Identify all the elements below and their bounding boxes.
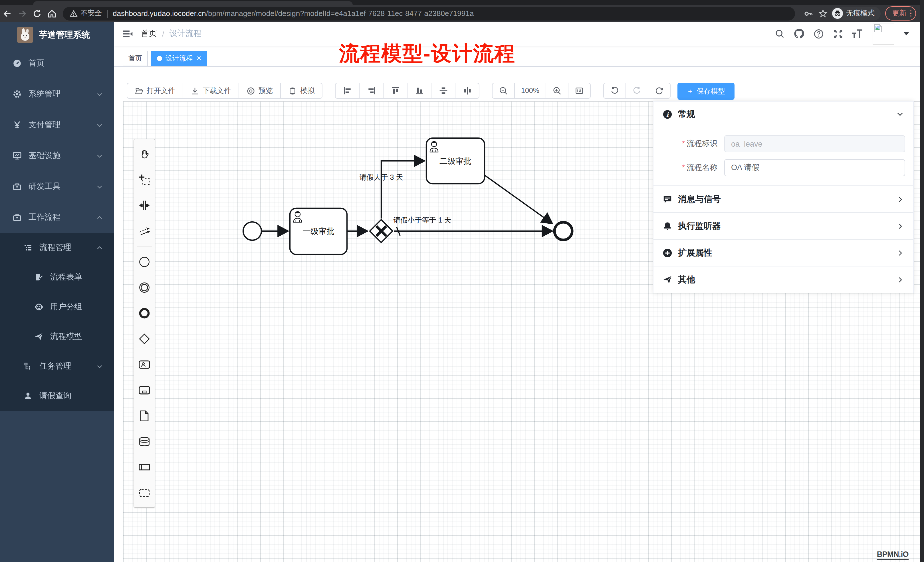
download-file-button[interactable]: 下载文件 — [183, 83, 239, 99]
chevron-down-icon — [96, 122, 103, 128]
send-icon — [663, 275, 672, 285]
fullscreen-icon[interactable] — [830, 26, 845, 41]
undo-button[interactable] — [603, 83, 626, 99]
url-bar[interactable]: 不安全 dashboard.yudao.iocoder.cn/bpm/manag… — [63, 7, 795, 20]
sidebar-item-system[interactable]: 系统管理 — [0, 79, 114, 109]
toolbox-icon — [12, 182, 22, 191]
button-label: 保存模型 — [697, 87, 725, 96]
start-event[interactable] — [243, 222, 261, 240]
simulate-button[interactable]: 模拟 — [280, 83, 322, 99]
redo-button[interactable] — [626, 83, 648, 99]
main-content: 打开文件 下载文件 预览 模拟 — [114, 67, 920, 562]
chrome-menu-icon[interactable] — [910, 10, 912, 17]
align-bottom-button[interactable] — [407, 83, 432, 99]
help-icon[interactable] — [811, 26, 826, 41]
breadcrumb-home[interactable]: 首页 — [141, 28, 157, 39]
flow-le-label[interactable]: 请假小于等于 1 天 — [393, 216, 452, 224]
dashboard-icon — [12, 59, 22, 68]
reload-button[interactable] — [30, 6, 45, 21]
zoom-in-button[interactable] — [546, 83, 568, 99]
message-icon — [663, 194, 672, 204]
broken-image-icon — [874, 24, 882, 33]
create-data-store[interactable] — [134, 429, 154, 454]
sidebar-item-infra[interactable]: 基础设施 — [0, 140, 114, 171]
sidebar-item-process-mgmt[interactable]: 流程管理 — [0, 233, 114, 262]
create-subprocess[interactable] — [134, 377, 154, 403]
section-message-signal[interactable]: 消息与信号 — [654, 186, 913, 212]
sidebar-toggle[interactable] — [114, 28, 141, 39]
gear-icon — [12, 90, 22, 99]
forward-button[interactable] — [15, 6, 30, 21]
home-button[interactable] — [45, 6, 59, 21]
sidebar-logo[interactable]: 芋道管理系统 — [0, 22, 114, 48]
align-right-button[interactable] — [359, 83, 384, 99]
chevron-right-icon — [897, 195, 904, 203]
flow-gateway-task2[interactable] — [381, 161, 424, 219]
align-top-button[interactable] — [383, 83, 408, 99]
section-general[interactable]: i 常规 — [654, 102, 913, 127]
sidebar-item-home[interactable]: 首页 — [0, 48, 114, 79]
close-icon[interactable]: ✕ — [196, 55, 201, 61]
app-header: 首页 / 设计流程 — [114, 22, 924, 46]
chevron-down-icon — [96, 153, 103, 159]
breadcrumb-separator: / — [162, 29, 164, 38]
section-execution-listener[interactable]: 执行监听器 — [654, 212, 913, 239]
url-text[interactable]: dashboard.yudao.iocoder.cn/bpm/manager/m… — [113, 9, 474, 18]
omnibox-divider — [107, 9, 108, 17]
process-name-input[interactable] — [724, 159, 905, 176]
process-key-input[interactable] — [724, 135, 905, 152]
github-icon[interactable] — [792, 26, 806, 41]
bpmn-diagram[interactable]: 一级审批 请假大于 3 天 — [123, 102, 640, 341]
create-user-task[interactable] — [134, 351, 154, 377]
back-button[interactable] — [0, 6, 15, 21]
tag-home[interactable]: 首页 — [123, 51, 148, 66]
create-data-object[interactable] — [134, 403, 154, 429]
section-other[interactable]: 其他 — [654, 266, 913, 293]
align-center-button[interactable] — [455, 83, 479, 99]
sidebar-item-process-model[interactable]: 流程模型 — [0, 322, 114, 351]
sidebar-item-leave-query[interactable]: 请假查询 — [0, 381, 114, 411]
button-label: 打开文件 — [147, 86, 175, 96]
open-file-button[interactable]: 打开文件 — [127, 83, 183, 99]
sidebar-item-payment[interactable]: 支付管理 — [0, 109, 114, 140]
flow-gt-label[interactable]: 请假大于 3 天 — [360, 173, 403, 181]
section-extended-attrs[interactable]: 扩展属性 — [654, 239, 913, 266]
section-title: 扩展属性 — [678, 247, 712, 258]
sidebar-item-label: 系统管理 — [28, 89, 60, 99]
sidebar-item-workflow[interactable]: 工作流程 — [0, 202, 114, 233]
flow-task2-end[interactable] — [484, 175, 552, 224]
align-right-icon — [367, 86, 376, 95]
passwords-icon[interactable] — [801, 6, 815, 21]
align-middle-button[interactable] — [431, 83, 455, 99]
avatar-dropdown-caret[interactable] — [903, 32, 909, 35]
avatar[interactable] — [873, 23, 894, 45]
tag-design-process[interactable]: 设计流程 ✕ — [151, 51, 207, 66]
align-left-button[interactable] — [335, 83, 360, 99]
security-chip[interactable]: 不安全 — [70, 9, 102, 18]
font-size-icon[interactable] — [850, 26, 865, 41]
preview-button[interactable]: 预览 — [238, 83, 281, 99]
save-model-button[interactable]: ＋ 保存模型 — [678, 83, 734, 100]
search-icon[interactable] — [772, 26, 787, 41]
zoom-out-icon — [499, 86, 508, 95]
sidebar-item-label: 请假查询 — [39, 391, 71, 401]
bookmark-star-icon[interactable] — [815, 6, 830, 21]
bpmn-io-link[interactable]: BPMN.iO — [877, 550, 909, 560]
sidebar-item-devtools[interactable]: 研发工具 — [0, 171, 114, 202]
sidebar-item-task-mgmt[interactable]: 任务管理 — [0, 351, 114, 381]
create-participant[interactable] — [134, 454, 154, 480]
button-label: 预览 — [258, 86, 273, 96]
browser-chrome: 不安全 dashboard.yudao.iocoder.cn/bpm/manag… — [0, 0, 924, 22]
chrome-update-button[interactable]: 更新 — [885, 6, 916, 21]
align-bottom-icon — [415, 86, 424, 95]
create-group[interactable] — [134, 480, 154, 505]
sidebar-item-process-form[interactable]: 流程表单 — [0, 262, 114, 292]
sidebar-item-user-group[interactable]: 用户分组 — [0, 292, 114, 322]
bpmn-canvas[interactable]: 一级审批 请假大于 3 天 — [123, 101, 920, 562]
restart-button[interactable] — [648, 83, 670, 99]
window-scrollbar[interactable] — [920, 0, 924, 562]
browser-tab[interactable] — [33, 1, 353, 5]
zoom-out-button[interactable] — [492, 83, 515, 99]
zoom-reset-button[interactable] — [568, 83, 591, 99]
end-event[interactable] — [555, 222, 572, 240]
